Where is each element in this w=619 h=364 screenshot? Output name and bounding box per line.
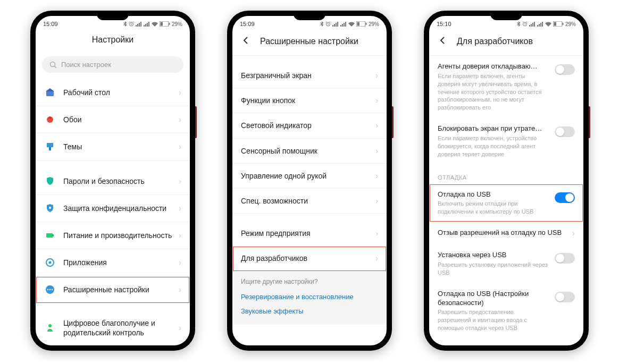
screen: 15:10 29% Для разработчиков Агенты довер…: [429, 16, 583, 345]
item-label: Управление одной рукой: [241, 171, 375, 181]
item-accessibility[interactable]: Спец. возможности ›: [232, 189, 387, 214]
advanced-icon: [44, 284, 56, 295]
item-privacy[interactable]: Защита конфиденциальности ›: [36, 195, 190, 222]
svg-rect-20: [46, 233, 53, 238]
svg-rect-32: [336, 23, 337, 27]
toggle-trust-agents[interactable]: [555, 64, 575, 75]
svg-rect-17: [47, 143, 53, 147]
svg-point-27: [52, 289, 53, 290]
chevron-right-icon: ›: [179, 88, 181, 97]
svg-point-25: [47, 289, 48, 290]
toggle-usb-security[interactable]: [555, 292, 575, 302]
settings-list[interactable]: Агенты доверия откладываю… Если параметр…: [429, 56, 583, 345]
footer-link-sound[interactable]: Звуковые эффекты: [241, 304, 378, 318]
item-label: Цифровое благополучие и родительский кон…: [63, 318, 179, 337]
item-label: Защита конфиденциальности: [63, 204, 179, 213]
setting-text: Отладка по USB (Настройки безопасности) …: [438, 290, 548, 332]
search-input[interactable]: Поиск настроек: [42, 56, 183, 73]
chevron-right-icon: ›: [375, 121, 378, 130]
chevron-right-icon: ›: [375, 147, 378, 155]
setting-desc: Если параметр включен, устройство блокир…: [438, 134, 548, 158]
svg-rect-8: [148, 22, 149, 27]
svg-rect-49: [542, 22, 543, 27]
setting-lock-screen[interactable]: Блокировать экран при утрате… Если парам…: [429, 118, 583, 164]
notch: [490, 11, 522, 20]
wellbeing-icon: [44, 322, 56, 334]
svg-rect-42: [529, 25, 530, 27]
svg-rect-43: [531, 24, 532, 27]
item-label: Сенсорный помощник: [241, 146, 375, 156]
bluetooth-icon: [123, 21, 127, 27]
setting-desc: Включить режим отладки при подключении к…: [438, 200, 548, 216]
item-label: Пароли и безопасность: [63, 176, 179, 186]
wifi-icon: [545, 22, 551, 27]
themes-icon: [44, 141, 56, 153]
item-wellbeing[interactable]: Цифровое благополучие и родительский кон…: [36, 311, 190, 345]
setting-text: Установка через USB Разрешить установку …: [438, 251, 548, 277]
status-time: 15:10: [437, 21, 451, 27]
svg-rect-45: [534, 22, 535, 27]
back-button[interactable]: [438, 35, 448, 48]
setting-desc: Если параметр включен, агенты доверия мо…: [438, 72, 548, 112]
signal-icon: [332, 22, 339, 27]
item-one-hand[interactable]: Управление одной рукой ›: [232, 164, 387, 189]
toggle-usb-debug[interactable]: [555, 192, 575, 203]
item-label: Безграничный экран: [241, 71, 375, 80]
item-developer[interactable]: Для разработчиков ›: [232, 246, 387, 271]
item-led[interactable]: Световой индикатор ›: [232, 113, 387, 138]
item-buttons[interactable]: Функции кнопок ›: [232, 88, 387, 113]
item-touch-assist[interactable]: Сенсорный помощник ›: [232, 139, 387, 164]
item-security[interactable]: Пароли и безопасность ›: [36, 168, 190, 195]
setting-revoke-usb[interactable]: Отзыв разрешений на отладку по USB ›: [429, 222, 583, 244]
settings-list[interactable]: Безграничный экран › Функции кнопок › Св…: [232, 56, 387, 345]
svg-rect-34: [340, 25, 341, 27]
apps-icon: [44, 257, 56, 268]
wifi-icon: [152, 22, 158, 27]
item-label: Спец. возможности: [241, 196, 375, 206]
setting-desc: Разрешить установку приложений через USB: [438, 261, 548, 277]
screen: 15:09 29% Настройки Поиск настроек Рабоч…: [36, 16, 190, 345]
svg-rect-37: [345, 22, 346, 27]
chevron-right-icon: ›: [179, 231, 181, 240]
item-apps[interactable]: Приложения ›: [36, 249, 190, 276]
notch: [97, 11, 129, 20]
chevron-right-icon: ›: [375, 197, 378, 205]
svg-rect-5: [144, 25, 145, 27]
setting-title: Отзыв разрешений на отладку по USB: [438, 228, 566, 238]
bluetooth-icon: [320, 21, 324, 27]
alarm-icon: [522, 21, 528, 27]
footer-link-backup[interactable]: Резервирование и восстановление: [241, 290, 378, 304]
item-wallpaper[interactable]: Обои ›: [36, 106, 190, 133]
search-placeholder: Поиск настроек: [61, 61, 111, 69]
svg-rect-7: [147, 23, 148, 27]
setting-text: Отладка по USB Включить режим отладки пр…: [438, 190, 548, 216]
item-enterprise[interactable]: Режим предприятия ›: [232, 221, 387, 246]
setting-usb-security[interactable]: Отладка по USB (Настройки безопасности) …: [429, 283, 583, 338]
chevron-right-icon: ›: [179, 324, 181, 332]
setting-title: Агенты доверия откладываю…: [438, 62, 548, 71]
toggle-install-usb[interactable]: [555, 253, 575, 264]
item-fullscreen[interactable]: Безграничный экран ›: [232, 63, 387, 88]
item-label: Темы: [63, 142, 179, 151]
setting-install-usb[interactable]: Установка через USB Разрешить установку …: [429, 244, 583, 283]
battery-percent: 29%: [172, 21, 182, 27]
battery-percent: 29%: [565, 21, 576, 27]
setting-trust-agents[interactable]: Агенты доверия откладываю… Если параметр…: [429, 56, 583, 118]
svg-rect-52: [562, 23, 563, 25]
setting-usb-debug[interactable]: Отладка по USB Включить режим отладки пр…: [429, 184, 583, 223]
setting-desc: Разрешить предоставление разрешений и им…: [438, 308, 548, 332]
item-desktop[interactable]: Рабочий стол ›: [36, 79, 190, 106]
toggle-lock-screen[interactable]: [555, 126, 575, 137]
item-themes[interactable]: Темы ›: [36, 133, 190, 160]
item-label: Рабочий стол: [63, 88, 179, 97]
privacy-icon: [44, 202, 56, 214]
back-button[interactable]: [241, 35, 252, 48]
divider: [36, 303, 190, 311]
wallpaper-icon: [44, 114, 56, 125]
svg-rect-35: [342, 24, 343, 27]
item-advanced[interactable]: Расширенные настройки ›: [36, 276, 190, 303]
settings-list[interactable]: Рабочий стол › Обои › Темы › Пароли и бе…: [36, 79, 190, 345]
battery-icon: [553, 21, 564, 27]
item-label: Функции кнопок: [241, 96, 375, 105]
item-battery[interactable]: Питание и производительность ›: [36, 222, 190, 249]
